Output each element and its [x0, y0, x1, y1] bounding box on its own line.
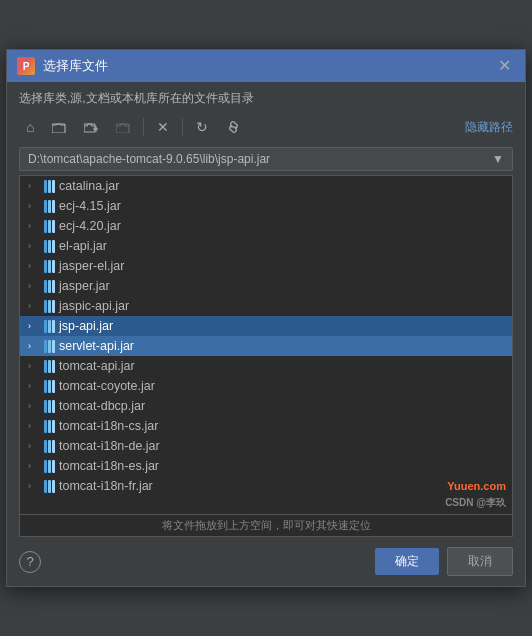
dialog-container: P 选择库文件 ✕ 选择库类,源,文档或本机库所在的文件或目录 ⌂ [6, 49, 526, 587]
list-item[interactable]: ›servlet-api.jar [20, 336, 512, 356]
list-item[interactable]: ›catalina.jar [20, 176, 512, 196]
list-item[interactable]: ›tomcat-i18n-es.jar [20, 456, 512, 476]
file-list: ›catalina.jar›ecj-4.15.jar›ecj-4.20.jar›… [19, 175, 513, 515]
jar-icon [44, 260, 55, 273]
chevron-icon: › [28, 321, 40, 331]
svg-rect-1 [84, 124, 95, 132]
svg-line-5 [233, 127, 235, 128]
chevron-icon: › [28, 221, 40, 231]
hide-path-button[interactable]: 隐藏路径 [465, 119, 513, 136]
file-name: jaspic-api.jar [59, 299, 129, 313]
file-name: ecj-4.20.jar [59, 219, 121, 233]
file-name: el-api.jar [59, 239, 107, 253]
file-name: jsp-api.jar [59, 319, 113, 333]
dialog-subtitle: 选择库类,源,文档或本机库所在的文件或目录 [7, 82, 525, 111]
toolbar: ⌂ ✕ ↻ [7, 111, 525, 143]
jar-icon [44, 180, 55, 193]
file-name: tomcat-i18n-de.jar [59, 439, 160, 453]
file-name: tomcat-dbcp.jar [59, 399, 145, 413]
link-button[interactable] [219, 117, 248, 137]
path-bar: ▼ [19, 147, 513, 171]
jar-icon [44, 360, 55, 373]
jar-icon [44, 300, 55, 313]
file-name: ecj-4.15.jar [59, 199, 121, 213]
title-bar-left: P 选择库文件 [17, 57, 108, 75]
app-icon: P [17, 57, 35, 75]
new-folder-button[interactable] [77, 117, 105, 137]
chevron-icon: › [28, 241, 40, 251]
chevron-icon: › [28, 181, 40, 191]
hint-bar: 将文件拖放到上方空间，即可对其快速定位 [19, 515, 513, 537]
chevron-icon: › [28, 361, 40, 371]
refresh-button[interactable]: ↻ [189, 115, 215, 139]
file-name: tomcat-api.jar [59, 359, 135, 373]
jar-icon [44, 280, 55, 293]
list-item[interactable]: ›jaspic-api.jar [20, 296, 512, 316]
separator-2 [182, 118, 183, 136]
list-item[interactable]: ›tomcat-i18n-de.jar [20, 436, 512, 456]
svg-rect-4 [116, 124, 129, 133]
folder-gray-button[interactable] [109, 117, 137, 137]
footer: ? 确定 取消 [7, 537, 525, 586]
file-name: servlet-api.jar [59, 339, 134, 353]
list-item[interactable]: ›tomcat-api.jar [20, 356, 512, 376]
close-button[interactable]: ✕ [494, 56, 515, 76]
hint-text: 将文件拖放到上方空间，即可对其快速定位 [162, 519, 371, 531]
list-item[interactable]: ›tomcat-coyote.jar [20, 376, 512, 396]
cancel-button[interactable]: 取消 [447, 547, 513, 576]
chevron-icon: › [28, 441, 40, 451]
list-item[interactable]: ›tomcat-i18n-cs.jar [20, 416, 512, 436]
jar-icon [44, 220, 55, 233]
jar-icon [44, 460, 55, 473]
chevron-icon: › [28, 461, 40, 471]
jar-icon [44, 320, 55, 333]
file-name: tomcat-i18n-fr.jar [59, 479, 153, 493]
jar-icon [44, 480, 55, 493]
list-item[interactable]: ›tomcat-dbcp.jar [20, 396, 512, 416]
file-name: jasper.jar [59, 279, 110, 293]
jar-icon [44, 400, 55, 413]
help-button[interactable]: ? [19, 551, 41, 573]
chevron-icon: › [28, 421, 40, 431]
separator-1 [143, 118, 144, 136]
list-item[interactable]: ›jasper.jar [20, 276, 512, 296]
folder-button[interactable] [45, 117, 73, 137]
footer-left: ? [19, 551, 41, 573]
file-name: tomcat-coyote.jar [59, 379, 155, 393]
chevron-icon: › [28, 261, 40, 271]
chevron-icon: › [28, 401, 40, 411]
chevron-icon: › [28, 341, 40, 351]
file-name: catalina.jar [59, 179, 119, 193]
home-button[interactable]: ⌂ [19, 115, 41, 139]
list-item[interactable]: ›jsp-api.jar [20, 316, 512, 336]
list-item[interactable]: ›ecj-4.15.jar [20, 196, 512, 216]
file-name: tomcat-i18n-cs.jar [59, 419, 158, 433]
list-item[interactable]: ›tomcat-i18n-fr.jar [20, 476, 512, 496]
chevron-icon: › [28, 201, 40, 211]
jar-icon [44, 420, 55, 433]
chevron-icon: › [28, 301, 40, 311]
jar-icon [44, 240, 55, 253]
chevron-icon: › [28, 381, 40, 391]
watermark-subtext: CSDN @李玖 [445, 497, 506, 508]
dialog-title: 选择库文件 [43, 57, 108, 75]
jar-icon [44, 440, 55, 453]
delete-button[interactable]: ✕ [150, 115, 176, 139]
confirm-button[interactable]: 确定 [375, 548, 439, 575]
jar-icon [44, 380, 55, 393]
title-bar: P 选择库文件 ✕ [7, 50, 525, 82]
list-item[interactable]: ›el-api.jar [20, 236, 512, 256]
list-item[interactable]: ›ecj-4.20.jar [20, 216, 512, 236]
chevron-icon: › [28, 481, 40, 491]
chevron-icon: › [28, 281, 40, 291]
jar-icon [44, 200, 55, 213]
file-name: tomcat-i18n-es.jar [59, 459, 159, 473]
jar-icon [44, 340, 55, 353]
file-name: jasper-el.jar [59, 259, 124, 273]
path-input[interactable] [20, 148, 484, 170]
list-item[interactable]: ›jasper-el.jar [20, 256, 512, 276]
path-dropdown-button[interactable]: ▼ [484, 148, 512, 170]
